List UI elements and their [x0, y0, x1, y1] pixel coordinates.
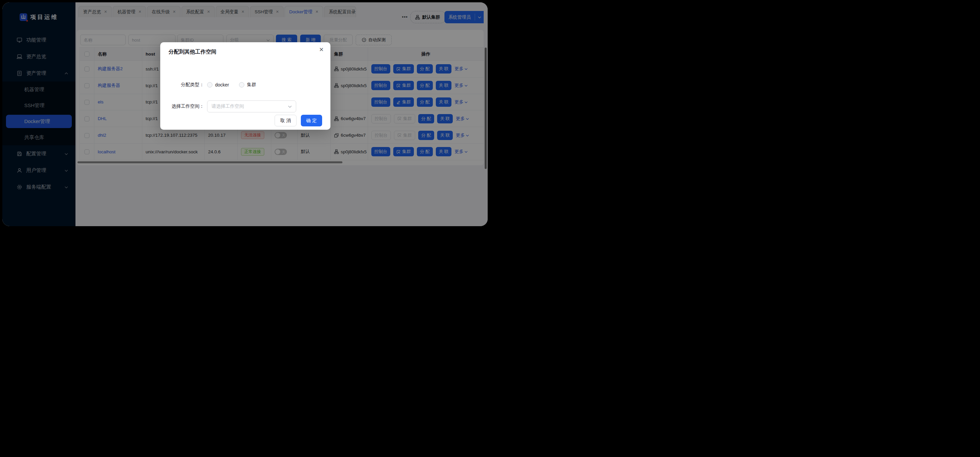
- assign-type-label: 分配类型：: [160, 82, 204, 88]
- docker-radio-label: docker: [215, 82, 229, 88]
- workspace-select-placeholder: 请选择工作空间: [212, 104, 288, 110]
- workspace-select[interactable]: 请选择工作空间: [207, 100, 296, 112]
- close-icon[interactable]: ✕: [319, 47, 324, 53]
- app-window: 山 项目运维 功能管理 资产总览 资产管理 机器管理 SSH管理 Docker管…: [2, 2, 488, 226]
- modal-title: 分配到其他工作空间: [169, 49, 216, 56]
- docker-radio[interactable]: [207, 82, 212, 88]
- assign-workspace-modal: 分配到其他工作空间 ✕ 分配类型： docker 集群 选择工作空间： 请选择工…: [160, 42, 331, 130]
- cluster-radio-label: 集群: [247, 82, 256, 88]
- modal-footer: 取 消 确 定: [275, 115, 322, 126]
- confirm-button[interactable]: 确 定: [301, 115, 322, 126]
- workspace-label: 选择工作空间：: [160, 104, 204, 110]
- assign-type-row: 分配类型： docker 集群: [160, 80, 256, 89]
- cluster-radio[interactable]: [239, 82, 244, 88]
- workspace-row: 选择工作空间： 请选择工作空间: [160, 100, 296, 112]
- cancel-button[interactable]: 取 消: [275, 115, 296, 126]
- chevron-down-icon: [288, 104, 292, 108]
